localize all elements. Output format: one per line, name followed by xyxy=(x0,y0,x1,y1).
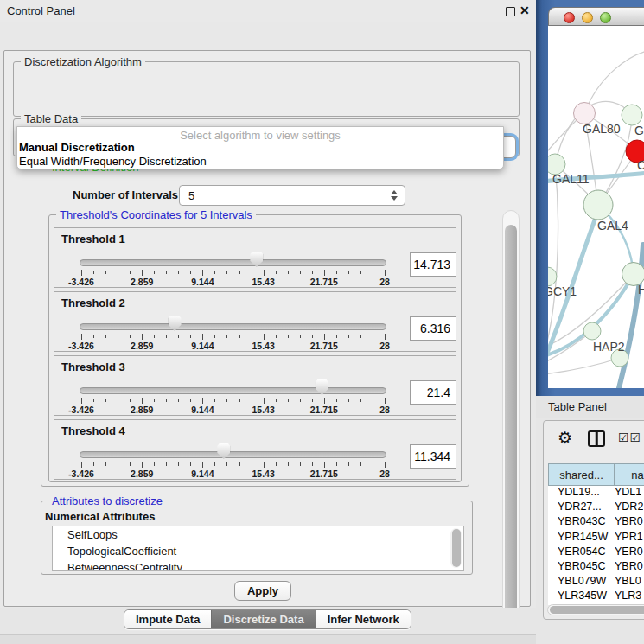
network-node-gal80[interactable] xyxy=(574,103,596,124)
attribute-item-betweennesscentrality[interactable]: BetweennessCentrality xyxy=(53,559,463,571)
cell-shared-name: YBL079W xyxy=(548,575,611,590)
cyni-toolbox-panel: Discretization Algorithm Table Data galF… xyxy=(3,50,531,607)
close-icon[interactable]: ✕ xyxy=(520,3,530,17)
tab-discretize-data[interactable]: Discretize Data xyxy=(211,610,315,628)
algorithm-option-manual-discretization[interactable]: Manual Discretization xyxy=(17,141,503,155)
network-node-label: H xyxy=(638,283,644,296)
group-title: Discretization Algorithm xyxy=(21,55,145,68)
network-canvas[interactable]: GAL80GCGAL11GAL4GCY1HHAP2 xyxy=(548,26,644,388)
network-node-label: GCY1 xyxy=(548,284,577,298)
cell-name: YDL1 xyxy=(611,486,641,501)
cell-shared-name: YPR145W xyxy=(548,531,611,545)
threshold-value-field[interactable]: 11.344 xyxy=(410,444,456,469)
thresholds-group: Threshold's Coordinates for 5 Intervals … xyxy=(48,214,462,482)
slider-track[interactable] xyxy=(80,451,386,458)
float-window-icon[interactable] xyxy=(506,7,515,16)
interval-definition-group: Interval Definition Number of Intervals … xyxy=(41,167,469,487)
minimize-traffic-light-icon[interactable] xyxy=(582,12,593,23)
threshold-panel-1: Threshold 1-3.4262.8599.14415.4321.71528… xyxy=(54,227,456,288)
algorithm-option-equal-width-frequency-discretization[interactable]: Equal Width/Frequency Discretization xyxy=(17,155,503,169)
column-header-shared-name[interactable]: shared... xyxy=(548,463,615,486)
spinner-arrows-icon xyxy=(391,190,398,201)
table-row[interactable]: YER054CYER0 xyxy=(548,545,644,560)
cell-shared-name: YBR043C xyxy=(548,515,611,530)
number-of-intervals-spinner[interactable]: 5 xyxy=(179,185,405,206)
close-traffic-light-icon[interactable] xyxy=(564,12,575,23)
slider-track[interactable] xyxy=(80,323,386,330)
numerical-attributes-label: Numerical Attributes xyxy=(45,510,155,523)
cell-name: YLR3 xyxy=(611,590,641,604)
table-row[interactable]: YBL079WYBL0 xyxy=(548,575,644,590)
top-tab-bar: NetworkStyleSelectCyni ToolboxjActiveMNo… xyxy=(0,23,536,50)
cell-name: YDR2 xyxy=(611,501,643,515)
panel-scrollbar[interactable] xyxy=(502,210,520,644)
table-row[interactable]: YPR145WYPR1 xyxy=(548,531,644,545)
threshold-value-field[interactable]: 21.4 xyxy=(410,380,456,405)
slider-track[interactable] xyxy=(80,259,386,266)
slider-ticks xyxy=(81,270,385,277)
network-node-hap2[interactable] xyxy=(583,322,601,340)
column-header-name[interactable]: na xyxy=(615,463,644,486)
network-node-gal4[interactable] xyxy=(583,190,613,220)
threshold-label: Threshold 1 xyxy=(61,233,125,245)
tab-infer-network[interactable]: Infer Network xyxy=(316,610,411,628)
table-header-row: shared... na xyxy=(548,463,644,486)
network-node-label: C xyxy=(637,158,644,172)
table-row[interactable]: YDR27...YDR2 xyxy=(548,501,644,515)
network-node-g[interactable] xyxy=(622,105,642,125)
cell-shared-name: YDL19... xyxy=(548,486,611,501)
table-body: YDL19...YDL1YDR27...YDR2YBR043CYBR0YPR14… xyxy=(548,486,644,605)
cell-name: YER0 xyxy=(611,545,643,560)
cell-name: YPR1 xyxy=(611,531,643,545)
table-panel-titlebar: Table Panel xyxy=(536,396,644,418)
panel-title: Control Panel xyxy=(7,4,75,17)
zoom-traffic-light-icon[interactable] xyxy=(600,12,611,23)
threshold-value-field[interactable]: 14.713 xyxy=(410,252,456,277)
apply-button[interactable]: Apply xyxy=(234,581,291,601)
tab-label: Impute Data xyxy=(136,613,200,626)
table-toolbar: ⚙ ☑☑ xyxy=(544,421,644,459)
cell-name: YBR0 xyxy=(611,515,643,530)
threshold-label: Threshold 2 xyxy=(61,296,125,309)
algorithm-popup-prompt: Select algorithm to view settings xyxy=(17,127,503,141)
attribute-item-selfloops[interactable]: SelfLoops xyxy=(53,526,463,543)
discretization-algorithm-group: Discretization Algorithm xyxy=(13,61,520,117)
attributes-group: Attributes to discretize Numerical Attri… xyxy=(41,501,473,575)
number-of-intervals-label: Number of Intervals xyxy=(73,188,178,201)
number-of-intervals-value: 5 xyxy=(188,189,194,202)
table-panel: ⚙ ☑☑ shared... na YDL19...YDL1YDR27...YD… xyxy=(543,420,644,620)
slider-tick-labels: -3.4262.8599.14415.4321.71528 xyxy=(81,341,385,351)
select-columns-icon[interactable]: ☑☑ xyxy=(618,430,641,444)
network-window-titlebar[interactable] xyxy=(548,7,644,26)
table-h-scrollbar[interactable] xyxy=(547,604,644,615)
gear-icon[interactable]: ⚙ xyxy=(558,428,572,448)
table-row[interactable]: YDL19...YDL1 xyxy=(548,486,644,501)
slider-track[interactable] xyxy=(80,387,386,394)
bottom-tabs: Impute DataDiscretize DataInfer Network xyxy=(124,609,411,629)
attribute-item-topologicalcoefficient[interactable]: TopologicalCoefficient xyxy=(53,543,463,559)
table-row[interactable]: YBR043CYBR0 xyxy=(548,515,644,530)
numerical-attributes-list[interactable]: SelfLoopsTopologicalCoefficientBetweenne… xyxy=(52,526,464,571)
network-node-label: GAL11 xyxy=(552,172,590,186)
cell-shared-name: YDR27... xyxy=(548,501,611,515)
cell-shared-name: YER054C xyxy=(548,545,611,560)
cell-name: YBR0 xyxy=(611,560,643,575)
threshold-value-field[interactable]: 6.316 xyxy=(410,316,456,341)
network-node-label: G xyxy=(634,124,644,137)
split-view-icon[interactable] xyxy=(588,430,605,447)
screen: Control Panel ✕ NetworkStyleSelectCyni T… xyxy=(0,0,644,644)
tab-impute-data[interactable]: Impute Data xyxy=(124,610,211,628)
algorithm-dropdown-popup: Select algorithm to view settings Manual… xyxy=(16,126,504,169)
table-row[interactable]: YLR345WYLR3 xyxy=(548,590,644,604)
slider-ticks xyxy=(81,334,385,341)
group-title: Threshold's Coordinates for 5 Intervals xyxy=(56,208,256,221)
table-row[interactable]: YBR045CYBR0 xyxy=(548,560,644,575)
threshold-label: Threshold 4 xyxy=(61,424,125,437)
control-panel-titlebar: Control Panel ✕ xyxy=(0,0,536,22)
group-title: Table Data xyxy=(21,112,81,125)
list-scrollbar[interactable] xyxy=(450,528,462,568)
cell-shared-name: YBR045C xyxy=(548,560,611,575)
slider-tick-labels: -3.4262.8599.14415.4321.71528 xyxy=(81,405,385,415)
cell-shared-name: YLR345W xyxy=(548,590,611,604)
slider-tick-labels: -3.4262.8599.14415.4321.71528 xyxy=(81,277,385,287)
